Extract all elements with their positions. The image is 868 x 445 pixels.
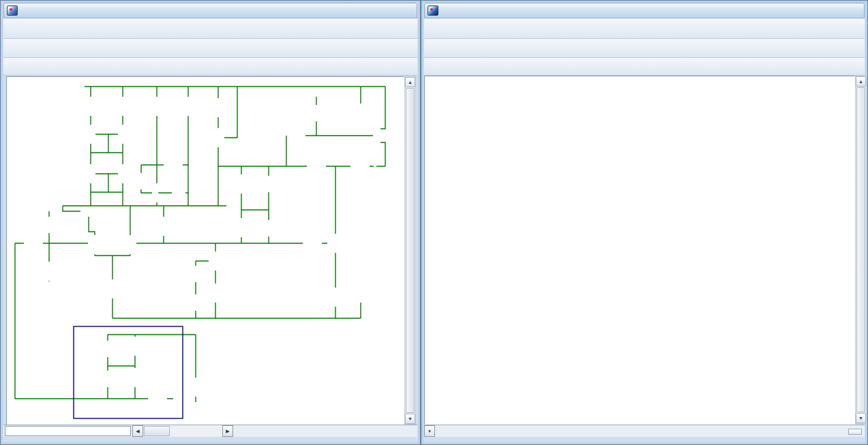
reverse-riaa-box xyxy=(74,326,183,418)
schematic-vscrollbar[interactable]: ▲ ▼ xyxy=(404,76,416,425)
scroll-up-button[interactable]: ▲ xyxy=(856,76,866,87)
right-toolbar-row2 xyxy=(424,39,865,58)
tab-list-dropdown[interactable]: ▾ xyxy=(424,425,435,437)
right-toolbar-row1 xyxy=(424,18,865,39)
left-titlebar[interactable] xyxy=(3,3,417,18)
schematic-canvas[interactable] xyxy=(6,76,404,426)
hscroll-left-button[interactable]: ◀ xyxy=(132,425,143,437)
left-toolbar-row1 xyxy=(3,18,417,39)
bode-plot[interactable] xyxy=(424,76,855,425)
schematic-wires xyxy=(15,87,385,402)
left-tabbar: ◀ ▶ xyxy=(3,425,417,437)
plot-vscrollbar[interactable]: ▲ ▼ xyxy=(855,76,867,424)
analysis-icon xyxy=(428,5,438,16)
resize-grip[interactable] xyxy=(848,429,862,435)
schematic-window: ▲ ▼ ◀ ▶ xyxy=(0,0,421,445)
analysis-window: ▲ ▼ ▾ xyxy=(421,0,868,445)
right-titlebar[interactable] xyxy=(424,3,865,18)
left-toolbar-row3 xyxy=(3,58,417,76)
hscroll-right-button[interactable]: ▶ xyxy=(222,425,233,437)
circuit-file-icon xyxy=(7,5,18,16)
scroll-down-button[interactable]: ▼ xyxy=(405,414,415,424)
scroll-up-button[interactable]: ▲ xyxy=(405,77,415,87)
right-toolbar-row3 xyxy=(424,58,865,76)
right-tabbar: ▾ xyxy=(424,425,865,437)
hscroll-thumb[interactable] xyxy=(144,426,170,436)
left-toolbar-row2 xyxy=(3,39,417,58)
scroll-down-button[interactable]: ▼ xyxy=(856,413,866,423)
